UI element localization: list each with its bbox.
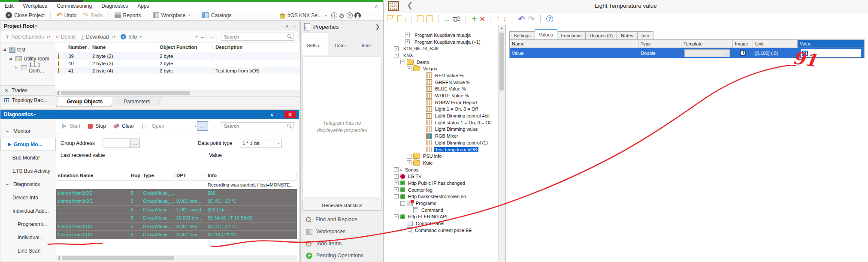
bos-tree-item[interactable]: RGB Mixer <box>384 133 498 139</box>
bos-tree-item[interactable]: Light 1 = On, 0 = Off <box>384 106 498 113</box>
close-project-button[interactable]: ✕Close Project <box>3 11 48 20</box>
add-node-icon[interactable]: + <box>472 15 477 23</box>
bos-tree-item[interactable]: − Http hvakosterstrommen.no <box>384 193 498 200</box>
properties-tab[interactable]: Com... <box>328 33 355 56</box>
expander-icon[interactable]: ▷ <box>15 66 19 69</box>
tree-expander-icon[interactable]: + <box>394 174 399 179</box>
panel-link[interactable]: Workspaces <box>301 226 383 238</box>
scroll-thumb[interactable] <box>61 91 190 95</box>
bos-tree-item[interactable]: + Program Kuupäeva muutja (+1) <box>384 39 498 45</box>
bos-tree-item[interactable]: + Http Public IP has changed <box>384 180 498 187</box>
col-number[interactable]: Number▲ <box>66 45 90 50</box>
tree-expander-icon[interactable]: + <box>394 167 399 172</box>
save-icon[interactable] <box>387 15 394 22</box>
export-icon[interactable] <box>417 15 423 22</box>
delete-button[interactable]: ×Delete <box>53 33 78 40</box>
chevron-right-icon[interactable]: ❯ <box>375 24 380 30</box>
panel-link[interactable]: Todo Items <box>301 238 383 250</box>
sidebar-item[interactable]: − Line Scan <box>0 244 56 257</box>
help-icon[interactable]: ? <box>546 15 553 22</box>
project-search-input[interactable] <box>223 34 287 40</box>
import-icon[interactable] <box>426 15 433 22</box>
bos-tab[interactable]: Values <box>535 29 557 39</box>
bos-connection-button[interactable]: bOS KNX Se...▾ <box>277 11 330 20</box>
bos-tree-item[interactable]: − Demo <box>384 59 498 66</box>
browse-button[interactable]: ... <box>130 139 140 148</box>
monitor-hscrollbar[interactable]: ❮ <box>56 255 297 261</box>
redo-button[interactable]: ↷Redo <box>79 11 106 20</box>
bos-tree-item[interactable]: GREEN Value % <box>384 79 498 86</box>
bos-tree-item[interactable]: + PSU info <box>384 153 498 160</box>
telegram-row[interactable]: 6 GroupValue_... 1.001 switch $01 | On <box>56 206 297 214</box>
move-down-icon[interactable]: ↓ <box>503 15 507 23</box>
bos-tree-item[interactable]: Control Panel <box>384 220 498 227</box>
tree-expander-icon[interactable]: − <box>407 66 411 71</box>
maximize-icon[interactable]: □ <box>293 24 296 28</box>
bos-value-row[interactable]: Value Double ⌄ [0,100] (.0) 21 <box>509 48 865 58</box>
sidebar-item[interactable]: − Diagnostics <box>0 178 56 191</box>
info-button[interactable]: iInfo▾ <box>118 34 144 40</box>
catalogs-button[interactable]: Catalogs <box>199 11 234 20</box>
col-hop[interactable]: Hop <box>129 173 141 178</box>
bos-tree-item[interactable]: BLUE Value % <box>384 86 498 93</box>
dock-bar[interactable]: Topology Bac... <box>0 95 55 105</box>
stop-button[interactable]: Stop <box>85 123 109 129</box>
sidebar-item[interactable]: − ETS Bus Activity <box>0 164 56 178</box>
table-hscrollbar[interactable]: ❮ <box>55 90 300 96</box>
bos-tree-item[interactable]: − Valgus <box>384 65 498 72</box>
undo-icon[interactable]: ↶ <box>518 14 525 24</box>
help-icon[interactable]: ? <box>347 12 353 18</box>
col-name[interactable]: Name <box>90 45 157 50</box>
bos-tree-item[interactable]: Light Dimming control (1) <box>384 139 498 146</box>
bos-tree-item[interactable]: RED Value % <box>384 72 498 79</box>
scroll-thumb[interactable] <box>499 33 504 90</box>
bos-tree-item[interactable]: + Program Kuupäeva muutja <box>384 32 498 39</box>
group-object-row[interactable]: 40 2 byte (3) 2 byte <box>55 60 300 67</box>
col-unit[interactable]: Unit <box>753 40 798 48</box>
bos-tree-scrollbar[interactable]: ▲ <box>498 25 505 262</box>
properties-tab[interactable]: Settin... <box>302 33 328 55</box>
tree-expander-icon[interactable]: − <box>400 201 405 206</box>
bos-tab[interactable]: Functions <box>557 31 586 39</box>
sidebar-item[interactable]: − Device Info <box>0 191 56 204</box>
panel-dropdown-icon[interactable]: ▾ <box>34 113 36 117</box>
collapse-icon[interactable]: ∧ <box>270 112 273 117</box>
sidebar-item[interactable]: − Individual Add... <box>0 204 56 217</box>
group-object-row[interactable]: 39 2 byte (2) 2 byte <box>55 52 300 60</box>
bos-tree-item[interactable]: RGBW Error Report <box>384 99 498 106</box>
maximize-icon[interactable]: □ <box>278 112 280 117</box>
group-collapse-icon[interactable]: − <box>6 128 11 134</box>
open-folder-icon[interactable] <box>397 17 405 22</box>
workplace-button[interactable]: Workplace▾ <box>150 11 193 20</box>
scroll-left-icon[interactable]: ❮ <box>56 256 62 260</box>
col-description[interactable]: Description <box>213 45 300 50</box>
dropdown-icon[interactable]: ▾ <box>194 124 196 128</box>
bos-tab[interactable]: Info <box>637 31 653 39</box>
col-destination-name[interactable]: stination Name <box>56 173 129 178</box>
tree-expander-icon[interactable]: − <box>394 53 399 57</box>
move-up-icon[interactable]: ↑ <box>496 15 500 23</box>
tree-expander-icon[interactable]: + <box>394 181 399 185</box>
group-collapse-icon[interactable]: − <box>6 181 11 187</box>
col-image[interactable]: Image <box>733 40 753 48</box>
menu-item[interactable]: Diagnostics <box>97 3 133 9</box>
scroll-up-icon[interactable]: ▲ <box>499 25 505 31</box>
tree-expander-icon[interactable]: − <box>400 60 405 64</box>
scroll-thumb[interactable] <box>62 256 174 260</box>
tree-expander-icon[interactable]: − <box>394 194 399 199</box>
panel-link[interactable]: Find and Replace <box>301 214 383 226</box>
expander-icon[interactable]: ◢ <box>3 48 8 51</box>
user-account-icon[interactable] <box>354 12 361 19</box>
value-input[interactable]: 21 <box>801 49 861 57</box>
tab[interactable]: Group Objects <box>56 97 114 107</box>
nav-back-button[interactable]: ← <box>197 121 208 131</box>
scroll-left-icon[interactable]: ❮ <box>55 91 61 95</box>
telegram-row[interactable]: t temp from bOS 5 GroupValue_... $00 <box>56 189 297 198</box>
clear-button[interactable]: Clear <box>110 123 138 129</box>
datapoint-type-select[interactable]: 1.* 1-bit▾ <box>240 139 282 148</box>
bos-tree-item[interactable]: Test temp from bOS <box>384 146 498 153</box>
project-tree-item[interactable]: ▷ 1.1.1 Dum... <box>0 63 55 72</box>
nav-forward-icon[interactable]: → <box>207 33 217 40</box>
reports-button[interactable]: Reports <box>112 11 144 20</box>
bos-tree-item[interactable]: Light Dimming value <box>384 126 498 133</box>
